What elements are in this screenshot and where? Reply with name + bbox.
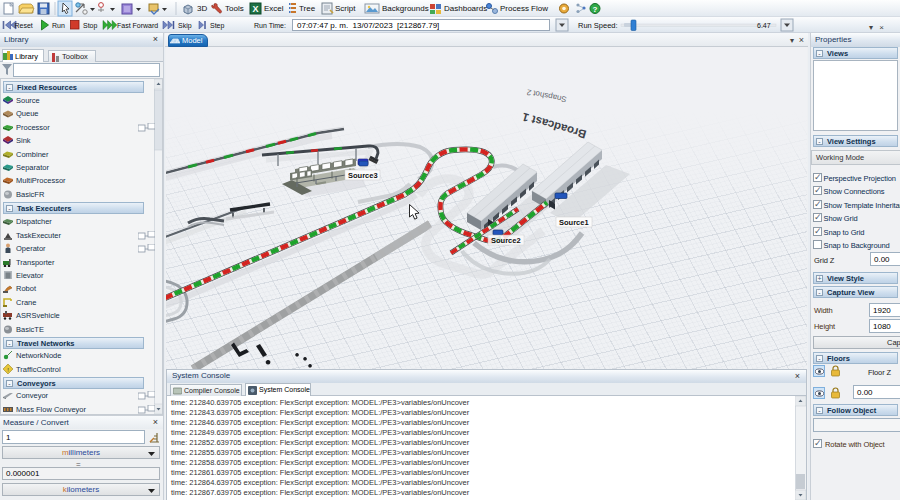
svg-text:Source1: Source1 xyxy=(559,218,589,227)
svg-text:Source3: Source3 xyxy=(348,171,378,180)
svg-text:X: X xyxy=(252,4,258,14)
svg-text:?: ? xyxy=(593,5,598,14)
svg-text:Snapshot 2: Snapshot 2 xyxy=(525,87,567,104)
svg-text:Source2: Source2 xyxy=(491,236,521,245)
svg-text:Broadcast 1: Broadcast 1 xyxy=(520,111,587,141)
